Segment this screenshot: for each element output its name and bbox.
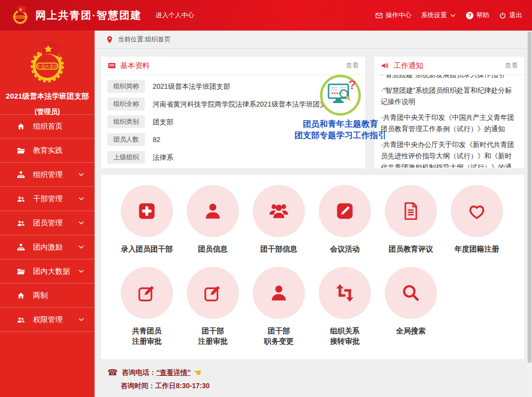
- basic-info-title: 基本资料: [120, 61, 150, 71]
- chevron-down-icon: [78, 244, 85, 251]
- power-icon: [499, 12, 506, 19]
- operation-center-menu[interactable]: 操作中心: [375, 11, 411, 20]
- action-meeting-activity[interactable]: 会议活动: [312, 185, 378, 254]
- league-emblem-logo: [10, 5, 31, 26]
- circle-badge: [121, 185, 173, 237]
- action-label: 录入团员团干部: [121, 245, 173, 253]
- circle-badge: [319, 185, 371, 237]
- breadcrumb-label: 当前位置:组织首页: [118, 35, 171, 44]
- action-member-info[interactable]: 团员信息: [180, 185, 246, 254]
- sidebar-item-league-incentive[interactable]: 团内激励: [0, 235, 95, 259]
- sitemap-icon: [17, 243, 25, 252]
- sidebar-item-label: 两制: [33, 291, 48, 300]
- chevron-down-icon: [78, 268, 85, 275]
- logout-menu[interactable]: 退出: [499, 11, 522, 20]
- chevron-down-icon: [78, 219, 85, 226]
- plus-square-icon: [136, 201, 157, 221]
- info-label: 组织全称: [107, 98, 145, 110]
- help-label: 帮助: [476, 11, 489, 20]
- theme-education-promo[interactable]: ? 团员和青年主题教育 团支部专题学习工作指引: [276, 74, 405, 141]
- basic-info-view-link[interactable]: 查看: [346, 61, 359, 70]
- sidebar-item-org-management[interactable]: 组织管理: [0, 163, 95, 187]
- sidebar-item-label: 团员管理: [33, 218, 63, 228]
- action-label: 共青团员: [132, 326, 162, 335]
- sidebar-item-two-systems[interactable]: 两制: [0, 284, 95, 308]
- chevron-down-icon: [78, 316, 85, 323]
- sidebar-item-member-management[interactable]: 团员管理: [0, 211, 95, 235]
- sidebar: 2021级普本法学班团支部 (管理员) 组织首页 教育实践 组织管理 干部管理: [0, 31, 95, 397]
- scrollbar-thumb[interactable]: [528, 32, 532, 363]
- consult-phone-row: ☎ 咨询电话： “查看详情” ☚: [107, 367, 210, 378]
- svg-text:?: ?: [348, 77, 356, 92]
- action-member-register-approval[interactable]: 共青团员注册审批: [114, 267, 180, 346]
- consult-time-value: 工作日8:30-17:30: [155, 380, 210, 391]
- action-member-education-review[interactable]: 团员教育评议: [378, 185, 444, 254]
- users-icon: [17, 219, 25, 227]
- chevron-down-icon: [78, 171, 85, 178]
- action-label-line2: 职务变更: [264, 337, 294, 345]
- sidebar-item-label: 权限管理: [33, 315, 63, 325]
- grid-row-1: 录入团员团干部 团员信息 团干部信息 会议活动 团员教育评议 年度团籍注册: [101, 175, 524, 254]
- action-label: 团干部: [268, 326, 290, 335]
- action-label: 团员信息: [198, 245, 228, 253]
- action-cadre-position-change[interactable]: 团干部职务变更: [246, 267, 312, 346]
- sidebar-item-org-home[interactable]: 组织首页: [0, 114, 95, 139]
- help-menu[interactable]: 帮助: [466, 11, 489, 20]
- info-value: 2021级普本法学班团支部: [153, 80, 230, 93]
- action-org-relation-transfer-approval[interactable]: 组织关系接转审批: [312, 267, 378, 346]
- grid-row-2: 共青团员注册审批 团干部注册审批 团干部职务变更 组织关系接转审批 全局搜索: [101, 254, 524, 346]
- view-details-link[interactable]: “查看详情”: [156, 367, 191, 378]
- info-row-parent-org: 上级组织 法律系: [107, 151, 359, 164]
- logout-label: 退出: [509, 11, 522, 20]
- breadcrumb: 当前位置:组织首页: [95, 31, 532, 49]
- action-global-search[interactable]: 全局搜索: [378, 267, 444, 346]
- pencil-square-icon: [334, 201, 355, 221]
- sidebar-emblem-wrap: [0, 31, 95, 88]
- work-notice-view-link[interactable]: 查看: [505, 61, 518, 70]
- app-title: 网上共青团·智慧团建: [35, 8, 142, 22]
- consult-phone-label: 咨询电话：: [122, 367, 156, 378]
- document-icon: [400, 201, 421, 221]
- action-label-line2: 接转审批: [330, 337, 360, 345]
- sidebar-item-cadre-management[interactable]: 干部管理: [0, 187, 95, 211]
- info-value: 法律系: [153, 151, 173, 164]
- action-label-line2: 注册审批: [132, 337, 162, 345]
- operation-center-label: 操作中心: [386, 11, 411, 20]
- sidebar-item-education-practice[interactable]: 教育实践: [0, 139, 95, 163]
- promo-line2: 团支部专题学习工作指引: [276, 130, 405, 141]
- enter-personal-center-link[interactable]: 进入个人中心: [156, 11, 194, 20]
- info-value: 82: [153, 133, 161, 146]
- action-cadre-info[interactable]: 团干部信息: [246, 185, 312, 254]
- user-icon: [202, 201, 223, 221]
- users-icon: [17, 316, 25, 324]
- action-cadre-register-approval[interactable]: 团干部注册审批: [180, 267, 246, 346]
- consult-footer: ☎ 咨询电话： “查看详情” ☚ 咨询时间： 工作日8:30-17:30: [107, 367, 210, 391]
- smart-league-home-page: 网上共青团·智慧团建 进入个人中心 操作中心 系统设置 帮助 退出: [0, 0, 532, 397]
- vertical-scrollbar[interactable]: [527, 31, 532, 397]
- card-icon: [107, 61, 116, 70]
- sidebar-item-label: 教育实践: [33, 146, 63, 155]
- work-notice-header: 工作通知 查看: [374, 57, 524, 75]
- header-actions: 操作中心 系统设置 帮助 退出: [375, 11, 522, 20]
- quick-action-grid-panel: 录入团员团干部 团员信息 团干部信息 会议活动 团员教育评议 年度团籍注册: [101, 175, 524, 359]
- action-enter-members-cadres[interactable]: 录入团员团干部: [114, 185, 180, 254]
- user-icon: [268, 283, 289, 303]
- system-settings-menu[interactable]: 系统设置: [421, 11, 456, 20]
- system-settings-label: 系统设置: [421, 11, 447, 20]
- action-annual-registration[interactable]: 年度团籍注册: [444, 185, 510, 254]
- action-label: 团员教育评议: [389, 245, 433, 253]
- chevron-down-icon: [78, 195, 85, 202]
- transfer-arrows-icon: [334, 283, 355, 303]
- location-pin-icon: [105, 36, 114, 44]
- sidebar-item-label: 团内激励: [33, 243, 63, 252]
- circle-badge: [385, 185, 437, 237]
- notice-item[interactable]: ·共青团中央办公厅关于印发《新时代共青团员先进性评价指导大纲（试行）》和《新时代…: [381, 139, 518, 168]
- sidebar-item-permission-management[interactable]: 权限管理: [0, 308, 95, 332]
- action-label: 全局搜索: [396, 326, 426, 335]
- sidebar-item-label: 干部管理: [33, 194, 63, 204]
- sitemap-icon: [17, 171, 25, 179]
- edit-icon: [202, 283, 223, 303]
- info-label: 组织简称: [107, 80, 145, 93]
- circle-badge: [187, 267, 239, 319]
- sidebar-item-league-bigdata[interactable]: 团内大数据: [0, 259, 95, 284]
